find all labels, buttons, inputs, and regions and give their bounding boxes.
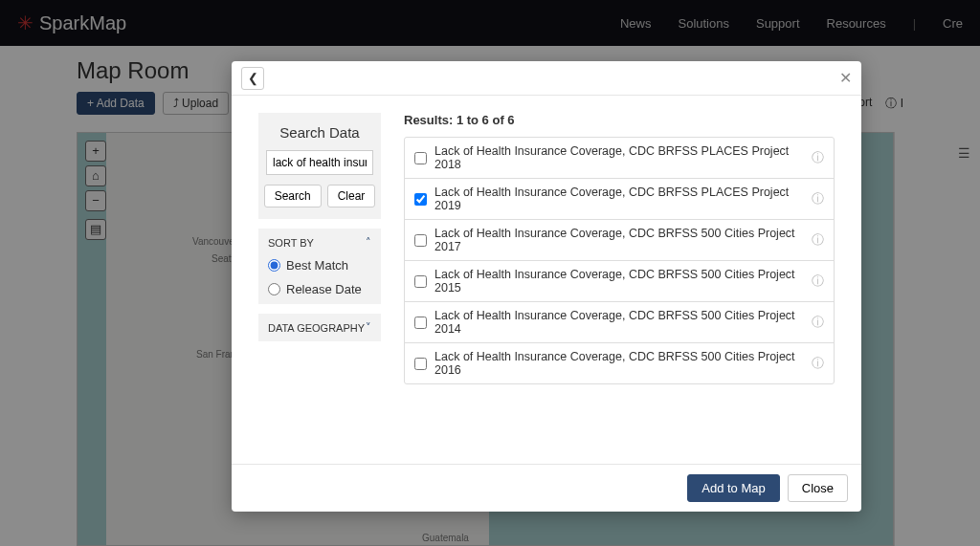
close-icon[interactable]: ✕	[839, 69, 852, 87]
sort-radio[interactable]	[268, 283, 280, 295]
chevron-down-icon: ˅	[366, 321, 371, 334]
info-icon[interactable]: ⓘ	[812, 273, 824, 290]
chevron-up-icon: ˄	[366, 236, 371, 249]
sort-option-label: Best Match	[286, 258, 348, 273]
clear-button[interactable]: Clear	[327, 185, 376, 207]
result-row[interactable]: Lack of Health Insurance Coverage, CDC B…	[405, 302, 834, 343]
search-data-box: Search Data Search Clear	[258, 113, 381, 219]
sort-radio[interactable]	[268, 259, 280, 272]
result-row[interactable]: Lack of Health Insurance Coverage, CDC B…	[405, 179, 834, 220]
search-input[interactable]	[266, 150, 373, 175]
result-row[interactable]: Lack of Health Insurance Coverage, CDC B…	[405, 220, 834, 261]
search-data-title: Search Data	[266, 124, 373, 141]
close-button[interactable]: Close	[788, 474, 848, 502]
result-checkbox[interactable]	[414, 152, 427, 164]
result-label: Lack of Health Insurance Coverage, CDC B…	[434, 309, 802, 336]
add-to-map-button[interactable]: Add to Map	[687, 474, 780, 502]
modal-left-panel: Search Data Search Clear SORT BY ˄ Best …	[258, 113, 381, 456]
result-row[interactable]: Lack of Health Insurance Coverage, CDC B…	[405, 138, 834, 179]
results-list: Lack of Health Insurance Coverage, CDC B…	[404, 137, 835, 384]
sort-by-header[interactable]: SORT BY ˄	[268, 236, 371, 249]
results-title: Results: 1 to 6 of 6	[404, 113, 835, 127]
result-checkbox[interactable]	[414, 317, 427, 329]
result-row[interactable]: Lack of Health Insurance Coverage, CDC B…	[405, 261, 834, 302]
sort-by-section: SORT BY ˄ Best MatchRelease Date	[258, 229, 381, 304]
result-label: Lack of Health Insurance Coverage, CDC B…	[434, 186, 802, 212]
sort-option[interactable]: Best Match	[268, 258, 371, 273]
result-checkbox[interactable]	[414, 234, 427, 247]
result-row[interactable]: Lack of Health Insurance Coverage, CDC B…	[405, 343, 834, 383]
result-label: Lack of Health Insurance Coverage, CDC B…	[434, 350, 802, 377]
info-icon[interactable]: ⓘ	[812, 190, 824, 207]
result-checkbox[interactable]	[414, 275, 427, 288]
result-label: Lack of Health Insurance Coverage, CDC B…	[434, 227, 802, 253]
info-icon[interactable]: ⓘ	[812, 231, 824, 249]
info-icon[interactable]: ⓘ	[812, 314, 824, 331]
info-icon[interactable]: ⓘ	[812, 149, 824, 166]
modal-header: ❮ ✕	[232, 61, 861, 96]
info-icon[interactable]: ⓘ	[812, 355, 824, 372]
modal-footer: Add to Map Close	[232, 464, 861, 512]
chevron-left-icon: ❮	[248, 71, 258, 85]
result-label: Lack of Health Insurance Coverage, CDC B…	[434, 144, 802, 171]
result-checkbox[interactable]	[414, 193, 427, 206]
data-geography-section: DATA GEOGRAPHY ˅	[258, 314, 381, 341]
result-label: Lack of Health Insurance Coverage, CDC B…	[434, 268, 802, 295]
result-checkbox[interactable]	[414, 358, 427, 370]
search-button[interactable]: Search	[264, 185, 322, 207]
sort-option[interactable]: Release Date	[268, 282, 371, 296]
sort-option-label: Release Date	[286, 282, 362, 296]
back-button[interactable]: ❮	[241, 67, 264, 90]
modal-results-panel: Results: 1 to 6 of 6 Lack of Health Insu…	[404, 113, 835, 456]
search-data-modal: ❮ ✕ Search Data Search Clear SORT BY ˄ B…	[232, 61, 861, 512]
data-geography-header[interactable]: DATA GEOGRAPHY ˅	[268, 321, 371, 334]
